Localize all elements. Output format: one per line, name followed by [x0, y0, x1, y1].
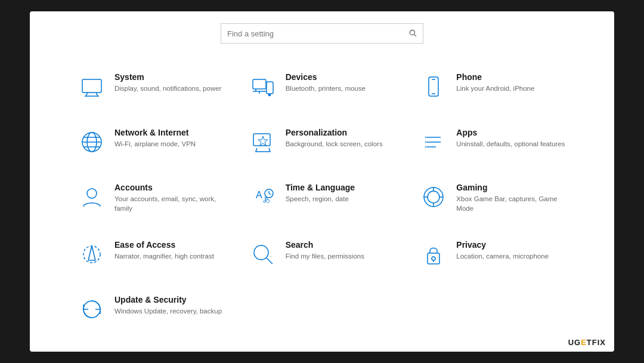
setting-item-network[interactable]: Network & Internet Wi-Fi, airplane mode,…: [66, 117, 237, 173]
accounts-desc: Your accounts, email, sync, work, family: [114, 194, 225, 213]
update-desc: Windows Update, recovery, backup: [114, 306, 222, 316]
phone-icon: [419, 72, 448, 101]
setting-item-accounts[interactable]: Accounts Your accounts, email, sync, wor…: [66, 172, 237, 229]
time-title: Time & Language: [286, 183, 355, 192]
setting-item-time[interactable]: A あ Time & Language Speech, region, date: [237, 172, 408, 229]
search-bar: [221, 23, 423, 44]
time-icon: A あ: [249, 183, 277, 211]
privacy-title: Privacy: [456, 240, 549, 250]
accounts-icon: [78, 183, 106, 211]
svg-line-1: [414, 34, 416, 36]
setting-item-gaming[interactable]: Gaming Xbox Game Bar, captures, Game Mod…: [407, 172, 578, 229]
personalization-icon: [249, 128, 277, 156]
system-title: System: [114, 72, 221, 82]
search-title: Search: [286, 240, 364, 250]
gaming-title: Gaming: [456, 183, 566, 192]
phone-text: Phone Link your Android, iPhone: [456, 72, 534, 93]
search-desc: Find my files, permissions: [286, 251, 364, 261]
setting-item-search[interactable]: Search Find my files, permissions: [237, 229, 408, 285]
ease-title: Ease of Access: [114, 240, 214, 250]
setting-item-ease[interactable]: Ease of Access Narrator, magnifier, high…: [66, 229, 237, 285]
network-icon: [78, 128, 106, 156]
accounts-title: Accounts: [114, 183, 225, 192]
network-desc: Wi-Fi, airplane mode, VPN: [114, 139, 196, 149]
search-text: Search Find my files, permissions: [286, 240, 364, 261]
privacy-icon: [419, 240, 448, 269]
ease-icon: [78, 240, 106, 269]
privacy-desc: Location, camera, microphone: [456, 251, 549, 261]
svg-rect-7: [267, 82, 273, 94]
svg-rect-45: [428, 253, 439, 264]
svg-line-32: [269, 193, 271, 195]
svg-line-44: [267, 258, 273, 264]
devices-text: Devices Bluetooth, printers, mouse: [286, 72, 366, 93]
time-text: Time & Language Speech, region, date: [286, 183, 355, 204]
svg-line-4: [96, 93, 98, 96]
setting-item-system[interactable]: System Display, sound, notifications, po…: [66, 61, 237, 117]
system-desc: Display, sound, notifications, power: [114, 84, 221, 93]
devices-desc: Bluetooth, printers, mouse: [286, 84, 366, 93]
svg-line-42: [92, 246, 95, 260]
svg-rect-2: [82, 79, 101, 93]
gaming-desc: Xbox Game Bar, captures, Game Mode: [456, 194, 566, 213]
svg-rect-12: [429, 77, 438, 96]
personalization-desc: Background, lock screen, colors: [286, 139, 383, 149]
system-text: System Display, sound, notifications, po…: [114, 72, 221, 93]
phone-title: Phone: [456, 72, 534, 82]
network-text: Network & Internet Wi-Fi, airplane mode,…: [114, 128, 196, 149]
devices-icon: [249, 72, 277, 101]
network-title: Network & Internet: [114, 128, 196, 137]
apps-desc: Uninstall, defaults, optional features: [456, 139, 565, 149]
personalization-title: Personalization: [286, 128, 383, 137]
privacy-text: Privacy Location, camera, microphone: [456, 240, 549, 261]
watermark: UGETFIX: [568, 338, 606, 347]
phone-desc: Link your Android, iPhone: [456, 84, 534, 93]
svg-point-46: [432, 257, 435, 260]
search-bar-container: [30, 11, 614, 50]
ease-text: Ease of Access Narrator, magnifier, high…: [114, 240, 214, 261]
svg-line-3: [86, 93, 88, 96]
update-title: Update & Security: [114, 295, 222, 304]
apps-title: Apps: [456, 128, 565, 137]
update-icon: [78, 295, 106, 324]
svg-point-27: [87, 189, 97, 198]
setting-item-phone[interactable]: Phone Link your Android, iPhone: [407, 61, 578, 117]
accounts-text: Accounts Your accounts, email, sync, wor…: [114, 183, 225, 213]
gaming-text: Gaming Xbox Game Bar, captures, Game Mod…: [456, 183, 566, 213]
svg-point-43: [254, 245, 268, 260]
update-text: Update & Security Windows Update, recove…: [114, 295, 222, 316]
svg-point-0: [410, 30, 414, 35]
personalization-text: Personalization Background, lock screen,…: [286, 128, 383, 149]
svg-text:A: A: [256, 190, 262, 200]
setting-item-update[interactable]: Update & Security Windows Update, recove…: [66, 284, 237, 340]
settings-window: System Display, sound, notifications, po…: [30, 11, 614, 352]
svg-point-34: [428, 191, 439, 203]
settings-grid: System Display, sound, notifications, po…: [30, 50, 614, 352]
gaming-icon: [419, 183, 448, 211]
apps-icon: [419, 128, 448, 156]
svg-line-40: [88, 246, 92, 260]
setting-item-apps[interactable]: Apps Uninstall, defaults, optional featu…: [407, 117, 578, 173]
setting-item-personalization[interactable]: Personalization Background, lock screen,…: [237, 117, 408, 173]
devices-title: Devices: [286, 72, 366, 82]
svg-point-10: [268, 94, 270, 96]
svg-rect-6: [253, 79, 266, 89]
search-input[interactable]: [227, 29, 408, 38]
setting-item-devices[interactable]: Devices Bluetooth, printers, mouse: [237, 61, 408, 117]
apps-text: Apps Uninstall, defaults, optional featu…: [456, 128, 565, 149]
time-desc: Speech, region, date: [286, 194, 355, 204]
search-icon: [249, 240, 277, 269]
system-icon: [78, 72, 106, 101]
search-icon: [408, 29, 417, 39]
setting-item-privacy[interactable]: Privacy Location, camera, microphone: [407, 229, 578, 285]
ease-desc: Narrator, magnifier, high contrast: [114, 251, 214, 261]
